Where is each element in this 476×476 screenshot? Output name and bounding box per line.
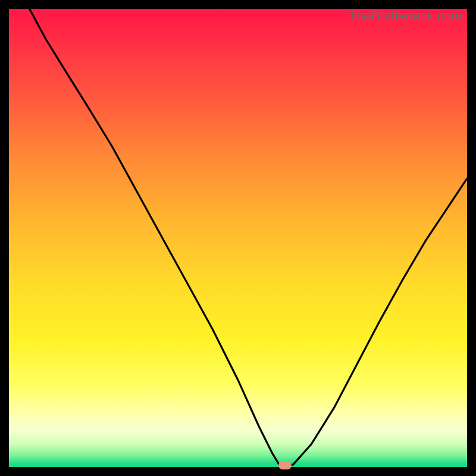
plot-frame: TheBottleneck.com xyxy=(9,9,467,467)
bottleneck-curve xyxy=(9,9,467,467)
optimum-marker xyxy=(278,461,292,469)
